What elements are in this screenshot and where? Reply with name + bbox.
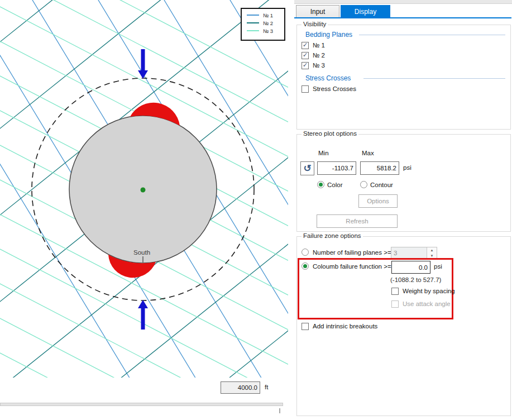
legend-line-swatch-2 — [247, 22, 259, 23]
app-window: { "plot": { "south_label": "South", "col… — [0, 0, 512, 420]
failing-planes-spinner[interactable]: 3 ▲ ▼ — [391, 247, 437, 259]
legend-label-1: № 1 — [263, 12, 273, 18]
legend-line-swatch-1 — [247, 15, 259, 16]
tab-underline — [294, 17, 511, 18]
radio-contour-label: Contour — [370, 182, 393, 188]
checkbox-stress-crosses-label: Stress Crosses — [313, 85, 356, 92]
spinner-up-icon[interactable]: ▲ — [427, 247, 437, 253]
south-label: South — [133, 249, 150, 256]
checkbox-add-intrinsic-breakouts[interactable] — [302, 323, 309, 330]
bedding-set-2-line — [0, 326, 288, 378]
checkbox-bedding-2[interactable] — [302, 52, 309, 59]
bedding-planes-rule — [359, 35, 505, 35]
options-panel: Input Display Visibility Bedding Planes … — [294, 0, 512, 420]
coloumb-value-input[interactable]: 0.0 — [391, 261, 430, 274]
radio-number-failing-planes[interactable] — [302, 249, 309, 256]
checkbox-bedding-1[interactable] — [302, 42, 309, 49]
max-value-input[interactable]: 5818.2 — [360, 161, 399, 175]
legend-row: № 3 — [242, 27, 284, 35]
radio-coloumb-failure-label: Coloumb failure function >= — [313, 263, 391, 270]
scale-unit-label: ft — [265, 384, 268, 390]
stereo-options-group-title: Stereo plot options — [302, 130, 358, 137]
failing-planes-value: 3 — [391, 247, 427, 259]
checkbox-use-attack-angle[interactable] — [391, 300, 399, 308]
options-button[interactable]: Options — [358, 194, 398, 208]
reset-range-button[interactable]: ↺ — [300, 161, 314, 175]
checkbox-bedding-3-label: № 3 — [313, 62, 325, 69]
bedding-planes-header: Bedding Planes — [305, 31, 352, 39]
radio-color[interactable] — [317, 181, 324, 188]
checkbox-bedding-3[interactable] — [302, 62, 309, 69]
min-column-label: Min — [318, 150, 329, 156]
visibility-group-title: Visibility — [302, 21, 328, 27]
max-column-label: Max — [362, 150, 374, 156]
undo-icon: ↺ — [303, 164, 311, 173]
legend-line-swatch-3 — [247, 30, 259, 31]
checkbox-bedding-2-label: № 2 — [313, 52, 325, 59]
checkbox-weight-by-spacing[interactable] — [391, 288, 399, 295]
checkbox-use-attack-angle-label: Use attack angle — [403, 300, 451, 307]
wellbore-center-point — [141, 188, 146, 193]
legend-row: № 1 — [242, 11, 284, 19]
radio-number-failing-planes-label: Number of failing planes >= — [313, 249, 391, 256]
horizontal-scrollbar[interactable] — [0, 403, 283, 406]
tab-input[interactable]: Input — [296, 5, 339, 18]
bedding-legend: № 1 № 2 № 3 — [241, 8, 285, 41]
spinner-arrow-buttons[interactable]: ▲ ▼ — [427, 247, 437, 259]
legend-label-3: № 3 — [263, 28, 273, 34]
wellbore-cross-section-plot: South — [0, 0, 288, 378]
tab-display[interactable]: Display — [341, 5, 390, 18]
failure-options-group-title: Failure zone options — [302, 232, 363, 239]
stereo-unit-label: psi — [403, 164, 411, 171]
stress-crosses-rule — [363, 78, 505, 79]
checkbox-bedding-1-label: № 1 — [313, 42, 325, 49]
legend-row: № 2 — [242, 19, 284, 27]
panel-top-strip — [294, 0, 512, 4]
stress-crosses-header: Stress Crosses — [305, 74, 351, 82]
coloumb-range-note: (-1088.2 to 527.7) — [390, 276, 441, 283]
radio-color-label: Color — [327, 182, 342, 188]
resize-grip[interactable] — [279, 408, 280, 413]
radio-contour[interactable] — [360, 181, 367, 188]
stress-arrow-top — [138, 49, 148, 79]
radio-coloumb-failure[interactable] — [302, 262, 309, 270]
min-value-input[interactable]: -1103.7 — [317, 161, 356, 175]
checkbox-weight-by-spacing-label: Weight by spacing — [403, 288, 455, 294]
coloumb-unit-label: psi — [434, 263, 442, 270]
checkbox-add-intrinsic-breakouts-label: Add intrinsic breakouts — [313, 323, 377, 330]
scale-value-field[interactable]: 4000.0 — [221, 381, 260, 394]
checkbox-stress-crosses[interactable] — [302, 85, 309, 93]
legend-label-2: № 2 — [263, 20, 273, 26]
refresh-button[interactable]: Refresh — [317, 214, 398, 228]
